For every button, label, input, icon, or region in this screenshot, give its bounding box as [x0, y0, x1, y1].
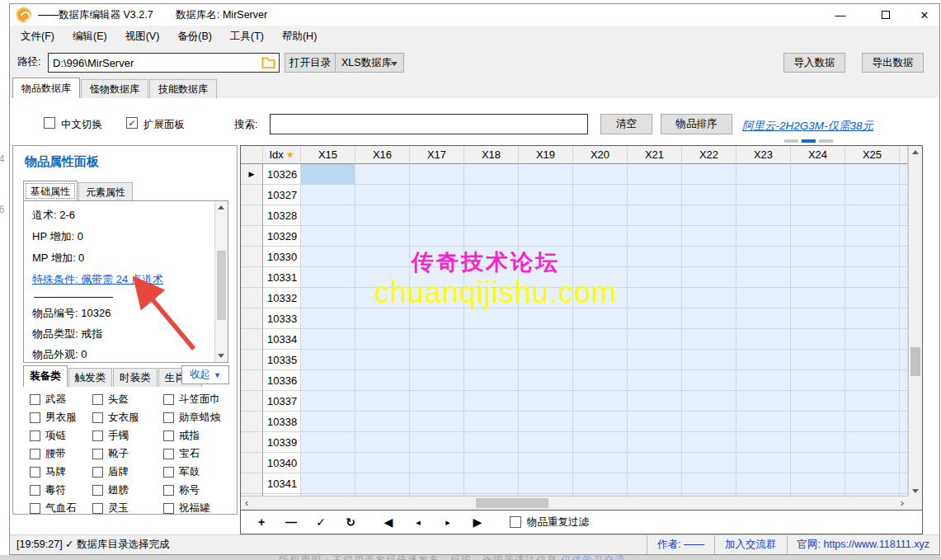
category-checkbox[interactable]: [92, 467, 103, 478]
grid-cell[interactable]: [301, 267, 355, 288]
menu-item-5[interactable]: 工具(T): [221, 26, 273, 47]
idx-cell[interactable]: 10328: [263, 205, 301, 226]
grid-cell[interactable]: [573, 308, 628, 329]
grid-cell[interactable]: [301, 432, 355, 453]
grid-cell[interactable]: [791, 308, 845, 329]
grid-cell[interactable]: [736, 226, 791, 247]
grid-cell[interactable]: [355, 226, 410, 247]
grid-cell[interactable]: [628, 226, 682, 247]
category-checkbox[interactable]: [163, 412, 174, 423]
scroll-right-icon[interactable]: ›: [901, 496, 904, 510]
grid-cell[interactable]: [628, 329, 682, 350]
db-format-select[interactable]: XLS数据库: [335, 53, 404, 73]
grid-cell[interactable]: [301, 329, 355, 350]
grid-cell[interactable]: [628, 473, 682, 494]
grid-cell[interactable]: [682, 205, 736, 226]
carousel-dot-active[interactable]: [802, 139, 816, 143]
grid-cell[interactable]: [845, 164, 900, 185]
minimize-button[interactable]: —: [822, 4, 859, 26]
grid-cell[interactable]: [628, 247, 682, 267]
grid-cell[interactable]: [682, 391, 736, 412]
carousel-dot[interactable]: [819, 139, 833, 143]
grid-cell[interactable]: [410, 185, 464, 205]
grid-cell[interactable]: [355, 329, 410, 350]
idx-cell[interactable]: 10330: [263, 247, 301, 267]
category-checkbox[interactable]: [30, 412, 40, 423]
menu-item-6[interactable]: 帮助(H): [273, 26, 326, 47]
grid-cell[interactable]: [519, 205, 573, 226]
grid-cell[interactable]: [573, 205, 628, 226]
grid-cell[interactable]: [736, 350, 791, 370]
grid-cell[interactable]: [519, 391, 573, 412]
menu-item-2[interactable]: 编辑(E): [64, 26, 116, 47]
vertical-scrollbar[interactable]: [908, 146, 922, 497]
grid-cell[interactable]: [791, 329, 845, 350]
grid-cell[interactable]: [519, 185, 573, 205]
row-selector[interactable]: ▶: [241, 164, 263, 185]
grid-cell[interactable]: [464, 329, 519, 350]
row-selector[interactable]: [241, 308, 263, 329]
row-selector[interactable]: [241, 185, 263, 205]
grid-cell[interactable]: [519, 226, 573, 247]
grid-cell[interactable]: [573, 432, 628, 453]
idx-cell[interactable]: 10334: [263, 329, 301, 350]
category-checkbox[interactable]: [92, 485, 103, 496]
grid-cell[interactable]: [791, 473, 845, 494]
property-tab-2[interactable]: 元素属性: [78, 182, 133, 201]
grid-cell[interactable]: [410, 432, 464, 453]
row-selector[interactable]: [241, 350, 263, 370]
grid-cell[interactable]: [355, 350, 410, 370]
scroll-up-icon[interactable]: [218, 205, 224, 209]
grid-cell[interactable]: [519, 350, 573, 370]
category-checkbox[interactable]: [163, 467, 174, 478]
category-checkbox[interactable]: [30, 485, 40, 496]
idx-cell[interactable]: 10338: [263, 412, 301, 432]
grid-cell[interactable]: [355, 247, 410, 267]
grid-cell[interactable]: [355, 453, 410, 473]
grid-cell[interactable]: [301, 473, 355, 494]
grid-cell[interactable]: [410, 205, 464, 226]
grid-cell[interactable]: [355, 205, 410, 226]
category-checkbox[interactable]: [163, 449, 174, 459]
grid-cell[interactable]: [791, 205, 845, 226]
add-row-button[interactable]: +: [252, 515, 271, 529]
category-checkbox[interactable]: [30, 503, 40, 514]
grid-cell[interactable]: [301, 391, 355, 412]
grid-cell[interactable]: [628, 185, 682, 205]
grid-cell[interactable]: [301, 350, 355, 370]
grid-cell[interactable]: [464, 473, 519, 494]
grid-cell[interactable]: [682, 412, 736, 432]
property-tab-1[interactable]: 基础属性: [23, 181, 78, 201]
grid-cell[interactable]: [791, 453, 845, 473]
grid-cell[interactable]: [301, 370, 355, 391]
menu-item-4[interactable]: 备份(B): [168, 26, 221, 47]
grid-cell[interactable]: [464, 412, 519, 432]
grid-cell[interactable]: [845, 329, 900, 350]
grid-cell[interactable]: [573, 185, 628, 205]
column-header-idx[interactable]: Idx★: [263, 146, 301, 164]
grid-cell[interactable]: [519, 370, 573, 391]
grid-cell[interactable]: [464, 350, 519, 370]
grid-cell[interactable]: [464, 185, 519, 205]
category-checkbox[interactable]: [92, 431, 103, 441]
grid-cell[interactable]: [573, 453, 628, 473]
grid-cell[interactable]: [628, 412, 682, 432]
grid-cell[interactable]: [845, 432, 900, 453]
expand-panel-checkbox[interactable]: ✓: [126, 117, 138, 129]
grid-cell[interactable]: [845, 370, 900, 391]
grid-cell[interactable]: [628, 164, 682, 185]
grid-cell[interactable]: [736, 329, 791, 350]
grid-cell[interactable]: [736, 308, 791, 329]
column-header-x23[interactable]: X23: [736, 146, 791, 164]
grid-cell[interactable]: [845, 308, 900, 329]
grid-cell[interactable]: [736, 247, 791, 267]
grid-cell[interactable]: [791, 185, 845, 205]
idx-cell[interactable]: 10339: [263, 432, 301, 453]
idx-cell[interactable]: 10332: [263, 288, 301, 308]
clear-search-button[interactable]: 清空: [600, 114, 652, 134]
grid-cell[interactable]: [682, 288, 736, 308]
column-header-x21[interactable]: X21: [628, 146, 682, 164]
column-header-x24[interactable]: X24: [791, 146, 845, 164]
grid-cell[interactable]: [355, 391, 410, 412]
grid-cell[interactable]: [573, 350, 628, 370]
